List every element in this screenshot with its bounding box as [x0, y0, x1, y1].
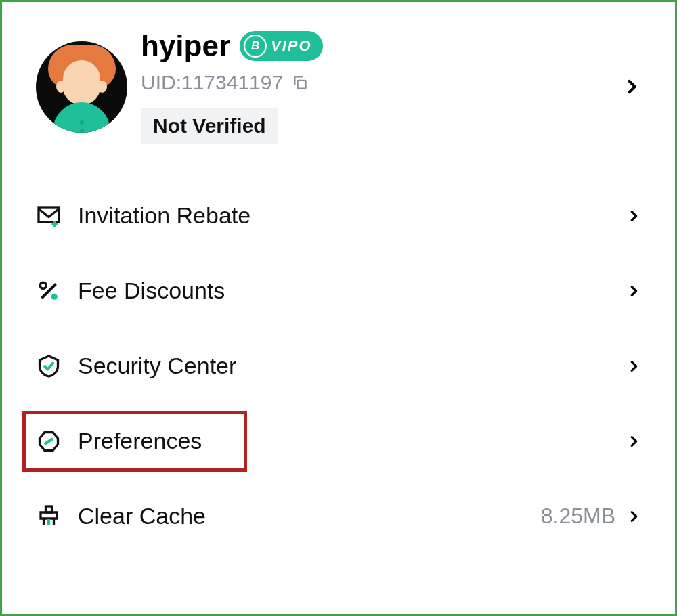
menu-item-security-center[interactable]: Security Center — [2, 328, 675, 403]
copy-icon[interactable] — [291, 74, 309, 91]
svg-point-6 — [51, 293, 58, 299]
avatar — [36, 41, 127, 133]
envelope-plus-icon — [36, 203, 62, 229]
menu-label: Security Center — [78, 353, 626, 379]
menu-item-invitation-rebate[interactable]: Invitation Rebate — [2, 178, 675, 253]
verification-badge[interactable]: Not Verified — [141, 108, 278, 144]
profile-header[interactable]: hyiper B VIPO UID:117341197 Not Verified — [2, 2, 675, 164]
broom-icon — [36, 504, 62, 529]
menu-label: Fee Discounts — [78, 278, 626, 304]
uid-label: UID:117341197 — [141, 71, 283, 94]
svg-line-7 — [46, 439, 52, 443]
percent-icon — [36, 278, 62, 304]
vip-badge-icon: B — [244, 35, 267, 58]
vip-badge-text: VIPO — [271, 37, 312, 55]
svg-point-5 — [40, 282, 46, 288]
chevron-right-icon — [626, 356, 641, 376]
menu-value: 8.25MB — [541, 504, 615, 529]
menu-label: Invitation Rebate — [78, 202, 626, 229]
settings-menu: Invitation Rebate Fee Discounts — [2, 164, 675, 554]
profile-info: hyiper B VIPO UID:117341197 Not Verified — [141, 29, 622, 144]
shield-check-icon — [36, 353, 62, 379]
preferences-icon — [36, 428, 62, 454]
chevron-right-icon — [622, 74, 641, 99]
menu-item-clear-cache[interactable]: Clear Cache 8.25MB — [2, 479, 675, 554]
chevron-right-icon — [626, 506, 641, 527]
vip-badge: B VIPO — [240, 31, 323, 61]
menu-label: Clear Cache — [78, 503, 541, 529]
chevron-right-icon — [626, 281, 641, 301]
menu-item-fee-discounts[interactable]: Fee Discounts — [2, 253, 675, 328]
svg-rect-0 — [298, 81, 306, 89]
app-frame: hyiper B VIPO UID:117341197 Not Verified — [0, 0, 677, 616]
chevron-right-icon — [626, 206, 641, 226]
chevron-right-icon — [626, 431, 641, 452]
menu-item-preferences[interactable]: Preferences — [2, 403, 675, 479]
menu-label: Preferences — [78, 428, 626, 454]
username: hyiper — [141, 29, 230, 63]
